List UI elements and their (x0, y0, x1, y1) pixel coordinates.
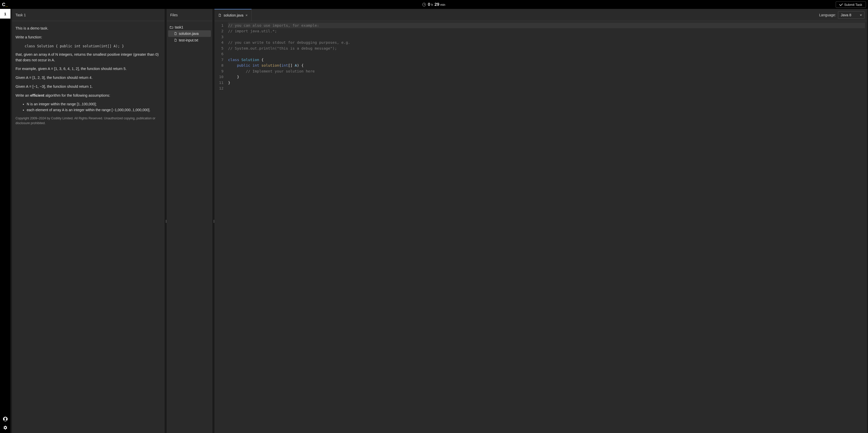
submit-task-button[interactable]: Submit Task (836, 1, 866, 8)
main-body: 1 Task 1 This is a demo task. Write a fu… (0, 9, 868, 433)
submit-label: Submit Task (844, 3, 862, 6)
copyright: Copyright 2009–2024 by Codility Limited.… (16, 116, 161, 126)
file-name: solution.java (179, 32, 199, 36)
language-select[interactable]: Java 8 (838, 11, 864, 19)
clock-icon (422, 3, 426, 6)
task-panel-header: Task 1 (12, 9, 164, 21)
code-editor[interactable]: 123456789101112 // you can also use impo… (214, 21, 867, 433)
task-panel: Task 1 This is a demo task. Write a func… (12, 9, 164, 433)
function-signature: class Solution { public int solution(int… (16, 43, 161, 49)
file-tree: task1 solution.java test-input.txt (167, 21, 212, 47)
app-header: C_ 0h 29min Submit Task (0, 0, 868, 9)
file-item-solution[interactable]: solution.java (168, 30, 211, 37)
file-icon (174, 32, 177, 35)
task-desc: that, given an array A of N integers, re… (16, 52, 161, 63)
assumptions-line: Write an efficient algorithm for the fol… (16, 93, 161, 98)
close-tab-icon[interactable]: × (246, 13, 248, 17)
folder-name: task1 (175, 25, 183, 29)
example-2: Given A = [1, 2, 3], the function should… (16, 75, 161, 81)
language-selector-area: Language: Java 8 (819, 11, 867, 19)
assumption-item: each element of array A is an integer wi… (27, 107, 161, 113)
task-intro: This is a demo task. (16, 26, 161, 31)
settings-icon[interactable] (3, 425, 8, 430)
editor-panel: solution.java × Language: Java 8 1234567… (214, 9, 867, 433)
editor-header: solution.java × Language: Java 8 (214, 9, 867, 21)
task-number-tab[interactable]: 1 (0, 9, 10, 19)
file-name: test-input.txt (179, 38, 198, 42)
assumptions-list: N is an integer within the range [1..100… (16, 101, 161, 113)
folder-icon (170, 26, 173, 29)
timer-minutes: 29 (435, 2, 439, 7)
resize-handle[interactable]: || (165, 219, 166, 223)
example-3: Given A = [−1, −3], the function should … (16, 84, 161, 90)
line-gutter: 123456789101112 (214, 21, 226, 433)
task-write-fn: Write a function: (16, 35, 161, 40)
file-item-test-input[interactable]: test-input.txt (168, 37, 211, 43)
accessibility-icon[interactable] (3, 417, 8, 421)
files-panel-header: Files (167, 9, 212, 21)
assumption-item: N is an integer within the range [1..100… (27, 101, 161, 107)
check-icon (839, 2, 843, 6)
resize-handle[interactable]: || (213, 219, 214, 223)
example-1: For example, given A = [1, 3, 6, 4, 1, 2… (16, 66, 161, 72)
file-icon (174, 39, 177, 42)
editor-tab[interactable]: solution.java × (214, 9, 252, 21)
folder-item[interactable]: task1 (168, 24, 211, 30)
timer-hours: 0 (428, 2, 430, 7)
tab-filename: solution.java (224, 13, 244, 17)
language-label: Language: (819, 13, 836, 17)
code-content[interactable]: // you can also use imports, for example… (226, 21, 867, 433)
left-sidebar: 1 (0, 9, 10, 433)
files-panel: Files task1 solution.java test-input.txt… (167, 9, 212, 433)
logo: C_ (2, 2, 8, 7)
timer: 0h 29min (422, 2, 446, 7)
file-icon (218, 14, 222, 17)
task-description: This is a demo task. Write a function: c… (12, 21, 164, 433)
